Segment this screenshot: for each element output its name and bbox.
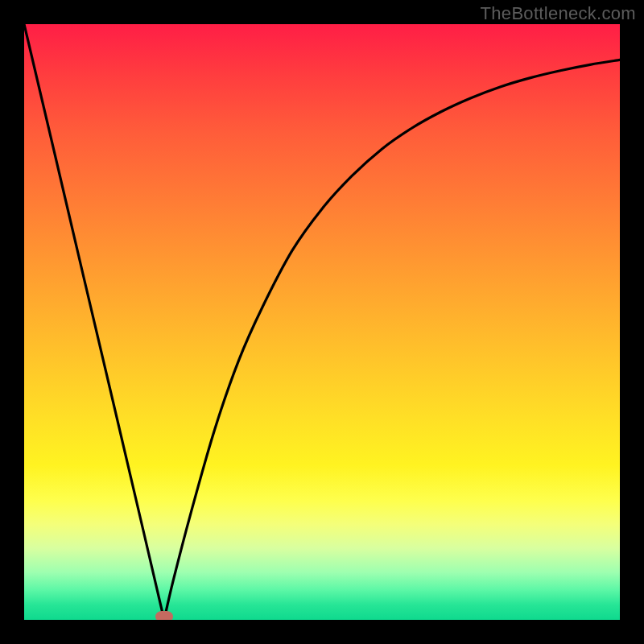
curve-path — [24, 24, 620, 620]
plot-area — [24, 24, 620, 620]
watermark-text: TheBottleneck.com — [481, 3, 636, 24]
min-marker — [155, 611, 173, 620]
bottleneck-curve — [24, 24, 620, 620]
chart-container: TheBottleneck.com — [0, 0, 644, 644]
